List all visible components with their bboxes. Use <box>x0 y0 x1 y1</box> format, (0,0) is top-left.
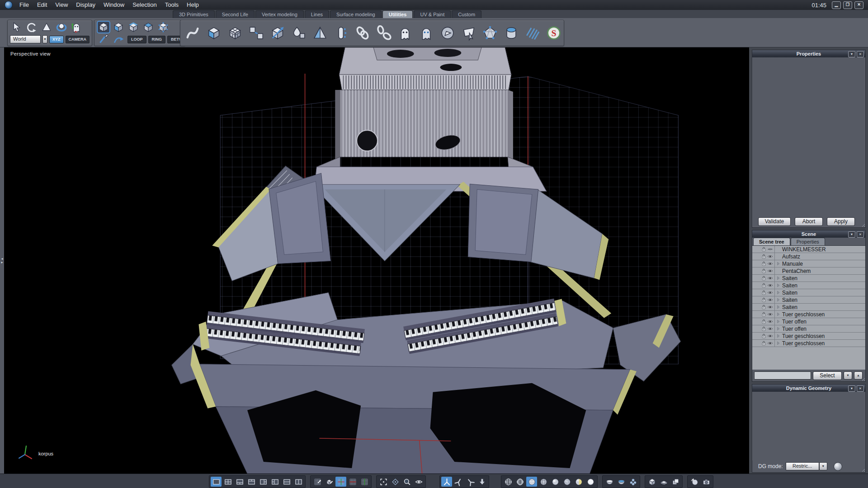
sphere-white-icon[interactable] <box>585 477 596 487</box>
chain-open-icon[interactable] <box>374 23 394 43</box>
cube-uv-icon[interactable] <box>142 21 155 33</box>
tree-item[interactable]: Tuer geschlossen <box>752 333 865 340</box>
grid-green-icon[interactable] <box>359 477 370 487</box>
scene-tab-properties[interactable]: Properties <box>791 238 825 245</box>
spheres-cluster-icon[interactable] <box>627 477 638 487</box>
panel-collapse-icon[interactable]: ▼ <box>848 385 855 392</box>
cube-face-icon[interactable] <box>112 21 125 33</box>
menu-item-view[interactable]: View <box>51 0 72 10</box>
ring-button[interactable]: RING <box>148 36 166 43</box>
expand-arrow-icon[interactable] <box>776 326 781 331</box>
drop-cube-icon[interactable] <box>289 23 309 43</box>
dg-mode-dropdown-arrow-icon[interactable]: ▼ <box>819 462 827 470</box>
cube-edge-icon[interactable] <box>127 21 140 33</box>
lock-icon[interactable] <box>761 297 767 303</box>
close-button[interactable]: ✕ <box>854 1 863 9</box>
globe-dense-icon[interactable] <box>514 477 525 487</box>
ghost-icon[interactable] <box>395 23 415 43</box>
sphere-light-icon[interactable] <box>689 477 700 487</box>
rotate-icon[interactable] <box>25 21 38 33</box>
brush-icon[interactable] <box>97 33 110 46</box>
dg-mode-dropdown[interactable]: Restric... ▼ <box>786 462 827 470</box>
sphere-flat-icon[interactable] <box>526 477 537 487</box>
cube-point-icon[interactable] <box>156 21 170 33</box>
lasso-sphere-icon[interactable] <box>55 21 68 33</box>
tab-uv-paint[interactable]: UV & Paint <box>414 10 451 18</box>
axis-y-icon[interactable] <box>441 477 452 487</box>
select-arrow-icon[interactable] <box>10 21 24 33</box>
ghost-paste-icon[interactable] <box>70 21 83 33</box>
eye-icon[interactable] <box>767 282 773 288</box>
scroll-down-icon[interactable]: ▼ <box>844 371 852 380</box>
expand-arrow-icon[interactable] <box>776 319 781 324</box>
lock-icon[interactable] <box>761 326 767 332</box>
scene-filter-input[interactable] <box>754 371 811 380</box>
tab-custom[interactable]: Custom <box>452 10 481 18</box>
chain-icon[interactable] <box>353 23 373 43</box>
eye-icon[interactable] <box>767 261 773 267</box>
lock-icon[interactable] <box>761 333 767 339</box>
tree-item[interactable]: Tuer geschlossen <box>752 311 865 318</box>
eye-closed-icon[interactable] <box>767 246 773 252</box>
twist-icon[interactable] <box>183 23 203 43</box>
lock-icon[interactable] <box>761 319 767 324</box>
camera-icon[interactable] <box>701 477 712 487</box>
tree-item[interactable]: Tuer offen <box>752 318 865 325</box>
select-button[interactable]: Select <box>813 371 842 380</box>
scene-header[interactable]: Scene ▼ ✕ <box>752 230 865 238</box>
expand-arrow-icon[interactable] <box>776 297 781 302</box>
lock-icon[interactable] <box>761 261 767 267</box>
tab-lines[interactable]: Lines <box>305 10 329 18</box>
panel-close-icon[interactable]: ✕ <box>857 51 864 57</box>
layout-single-icon[interactable] <box>211 477 222 487</box>
menu-item-selection[interactable]: Selection <box>128 0 160 10</box>
grid-axes-icon[interactable] <box>335 477 346 487</box>
curve-arrow-icon[interactable] <box>112 33 126 46</box>
lock-icon[interactable] <box>761 290 767 296</box>
scroll-up-icon[interactable]: ▲ <box>854 371 863 380</box>
menu-item-file[interactable]: File <box>15 0 33 10</box>
dynamic-geometry-header[interactable]: Dynamic Geometry ▼ ✕ <box>752 385 865 392</box>
eye-icon[interactable] <box>767 275 773 281</box>
sphere-smooth-icon[interactable] <box>550 477 561 487</box>
tab-utilities[interactable]: Utilities <box>382 10 413 18</box>
abort-button[interactable]: Abort <box>795 217 823 226</box>
layout-rightwide-icon[interactable] <box>269 477 280 487</box>
axis-free-icon[interactable] <box>465 477 476 487</box>
panel-close-icon[interactable]: ✕ <box>857 231 864 238</box>
expand-arrow-icon[interactable] <box>776 276 781 281</box>
panel-collapse-icon[interactable]: ▼ <box>848 231 855 238</box>
tree-item[interactable]: Saiten <box>752 275 865 282</box>
eye-icon[interactable] <box>767 340 773 346</box>
globe-wire-icon[interactable] <box>503 477 514 487</box>
box-stack-icon[interactable] <box>670 477 681 487</box>
drop-floor-icon[interactable] <box>476 477 487 487</box>
tree-item[interactable]: Saiten <box>752 304 865 311</box>
cube-snap-icon[interactable] <box>324 477 335 487</box>
sphere-arrow-icon[interactable] <box>438 23 458 43</box>
panel-close-icon[interactable]: ✕ <box>857 385 864 392</box>
tree-item[interactable]: Manuale <box>752 260 865 267</box>
eye-icon[interactable] <box>767 333 773 339</box>
eye-icon[interactable] <box>767 311 773 317</box>
box-proxy-icon[interactable] <box>646 477 657 487</box>
sphere-material-icon[interactable] <box>573 477 584 487</box>
sphere-flat-wire-icon[interactable] <box>538 477 549 487</box>
eye-icon[interactable] <box>767 290 773 296</box>
properties-header[interactable]: Properties ▼ ✕ <box>752 50 865 57</box>
tab-vertex-modeling[interactable]: Vertex modeling <box>255 10 304 18</box>
linked-cubes-icon[interactable] <box>246 23 266 43</box>
cylinder-icon[interactable] <box>501 23 521 43</box>
left-panel-collapse-handle[interactable]: ◂▸ <box>0 47 4 474</box>
expand-arrow-icon[interactable] <box>776 312 781 317</box>
loop-button[interactable]: LOOP <box>127 36 146 43</box>
eye-icon[interactable] <box>767 297 773 303</box>
layout-bottomwide-icon[interactable] <box>246 477 257 487</box>
xyz-button[interactable]: XYZ <box>49 36 64 43</box>
scene-tab-scene-tree[interactable]: Scene tree <box>753 238 790 245</box>
grid-snap-icon[interactable] <box>312 477 323 487</box>
tab-second-life[interactable]: Second Life <box>216 10 255 18</box>
validate-button[interactable]: Validate <box>758 217 791 226</box>
expand-arrow-icon[interactable] <box>776 341 781 346</box>
cube-blue-face-icon[interactable] <box>204 23 224 43</box>
